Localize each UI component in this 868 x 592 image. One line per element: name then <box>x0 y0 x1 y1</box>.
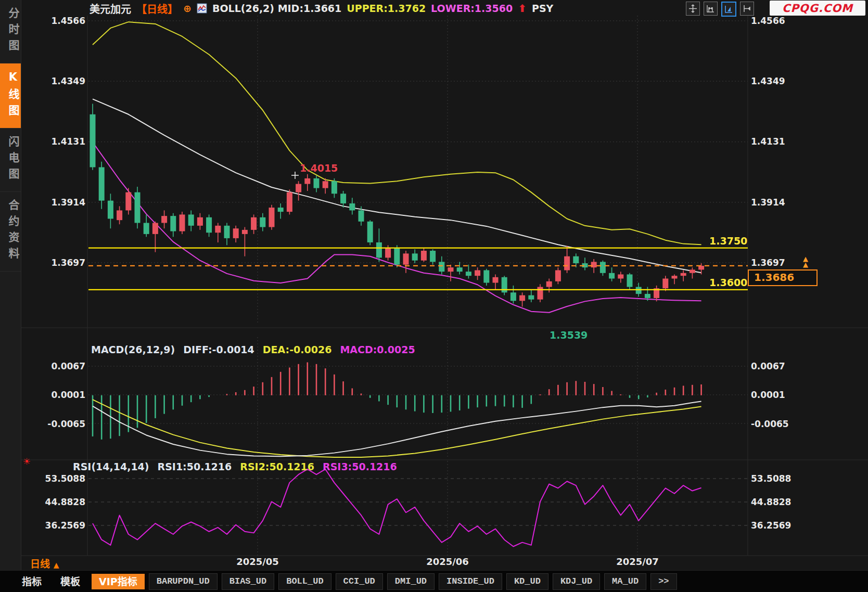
period-up-arrow-icon: ▲ <box>54 561 59 569</box>
y-tick-right: 1.3697 <box>751 258 805 268</box>
chart-header: 美元加元 【日线】 ⊕ BOLL(26,2) MID:1.3661 UPPER:… <box>90 1 553 16</box>
y-scale-tool-icon[interactable] <box>721 2 736 17</box>
tab-more[interactable]: >> <box>650 573 676 590</box>
x-tick: 2025/07 <box>606 556 669 567</box>
trading-app-window: { "header": { "symbol": "美元加元", "period"… <box>0 0 868 592</box>
up-arrow-icon: ⬆ <box>518 2 527 15</box>
high-annotation: 1.4015 <box>300 162 338 174</box>
sidebar-item-time-chart[interactable]: 分时图 <box>0 0 21 63</box>
rsi-name: RSI(14,14,14) <box>73 461 149 472</box>
period-label: 【日线】 <box>136 1 178 16</box>
macd-tick-right: 0.0001 <box>751 390 805 400</box>
macd-name: MACD(26,12,9) <box>91 344 175 355</box>
symbol-title: 美元加元 <box>90 1 131 16</box>
tab-indicators[interactable]: 指标 <box>15 574 49 589</box>
x-tick: 2025/06 <box>416 556 479 567</box>
tab-barupdn-ud[interactable]: BARUPDN_UD <box>149 573 218 590</box>
sidebar-item-contract-info[interactable]: 合约资料 <box>0 192 21 272</box>
tab-boll-ud[interactable]: BOLL_UD <box>278 573 331 590</box>
alert-icon[interactable]: ☀ <box>23 456 31 467</box>
sidebar-item-flash-chart[interactable]: 闪电图 <box>0 128 21 192</box>
tab-kd-ud[interactable]: KD_UD <box>506 573 548 590</box>
rsi3-value: RSI3:50.1216 <box>323 461 397 472</box>
y-tick-left: 1.3914 <box>30 198 85 208</box>
macd-tick-left: 0.0001 <box>30 390 85 400</box>
macd-label-row: MACD(26,12,9) DIFF:-0.0014 DEA:-0.0026 M… <box>91 344 415 355</box>
tab-ma-ud[interactable]: MA_UD <box>604 573 646 590</box>
rsi-tick-right: 36.2569 <box>751 521 805 531</box>
y-tick-right: 1.4349 <box>751 76 805 86</box>
tab-dmi-ud[interactable]: DMI_UD <box>387 573 435 590</box>
macd-tick-left: 0.0067 <box>30 362 85 371</box>
rsi-tick-right: 53.5088 <box>751 474 805 484</box>
boll-mid-value: BOLL(26,2) MID:1.3661 <box>212 3 341 14</box>
boll-upper-value: UPPER:1.3762 <box>347 3 426 14</box>
macd-dea-value: DEA:-0.0026 <box>263 344 332 355</box>
reset-scale-tool-icon[interactable] <box>740 2 754 16</box>
support-level-label: 1.3600 <box>709 277 747 288</box>
rsi-tick-left: 36.2569 <box>30 521 85 531</box>
scroll-to-latest-icon[interactable]: ▲▲ <box>803 256 808 267</box>
rsi-tick-left: 44.8828 <box>30 497 85 507</box>
tab-kdj-ud[interactable]: KDJ_UD <box>553 573 600 590</box>
resistance-level-label: 1.3750 <box>709 235 747 247</box>
tab-cci-ud[interactable]: CCI_UD <box>336 573 383 590</box>
tab-templates[interactable]: 模板 <box>53 574 87 589</box>
y-tick-left: 1.3697 <box>30 258 85 268</box>
tab-vip-indicators[interactable]: VIP指标 <box>92 574 145 589</box>
psy-label: PSY <box>532 3 553 14</box>
sidebar-item-kline-chart[interactable]: K线图 <box>0 63 21 128</box>
footer-period-label[interactable]: 日线 ▲ <box>30 556 59 570</box>
brand-logo: CPQG.COM <box>770 1 865 16</box>
boll-lower-value: LOWER:1.3560 <box>431 3 513 14</box>
y-tick-right: 1.4131 <box>751 137 805 147</box>
last-price-box: 1.3686 <box>748 269 818 286</box>
add-indicator-icon[interactable]: ⊕ <box>183 3 192 14</box>
rsi-tick-left: 53.5088 <box>30 474 85 484</box>
y-tick-right: 1.3914 <box>751 198 805 208</box>
rsi1-value: RSI1:50.1216 <box>158 461 232 472</box>
x-tick: 2025/05 <box>226 556 289 567</box>
y-tick-left: 1.4131 <box>30 137 85 147</box>
macd-value: MACD:0.0025 <box>340 344 415 355</box>
macd-tick-left: -0.0065 <box>30 419 85 429</box>
rsi2-value: RSI2:50.1216 <box>240 461 314 472</box>
tab-bias-ud[interactable]: BIAS_UD <box>222 573 274 590</box>
sidebar: 分时图 K线图 闪电图 合约资料 <box>0 0 21 592</box>
low-annotation: 1.3539 <box>550 329 588 341</box>
macd-tick-right: 0.0067 <box>751 362 805 371</box>
y-tick-left: 1.4566 <box>30 16 85 26</box>
macd-tick-right: -0.0065 <box>751 419 805 429</box>
rsi-label-row: RSI(14,14,14) RSI1:50.1216 RSI2:50.1216 … <box>73 461 397 472</box>
chart-type-icon[interactable] <box>197 3 207 14</box>
pan-tool-icon[interactable] <box>686 2 700 16</box>
rsi-tick-right: 44.8828 <box>751 497 805 507</box>
indicator-tabbar: 指标 模板 VIP指标 BARUPDN_UD BIAS_UD BOLL_UD C… <box>0 570 868 592</box>
x-scale-tool-icon[interactable] <box>704 2 718 16</box>
macd-diff-value: DIFF:-0.0014 <box>183 344 254 355</box>
y-tick-right: 1.4566 <box>751 16 805 26</box>
y-tick-left: 1.4349 <box>30 76 85 86</box>
tab-inside-ud[interactable]: INSIDE_UD <box>439 573 502 590</box>
chart-canvas[interactable] <box>0 0 868 592</box>
chart-toolbar <box>686 2 754 17</box>
